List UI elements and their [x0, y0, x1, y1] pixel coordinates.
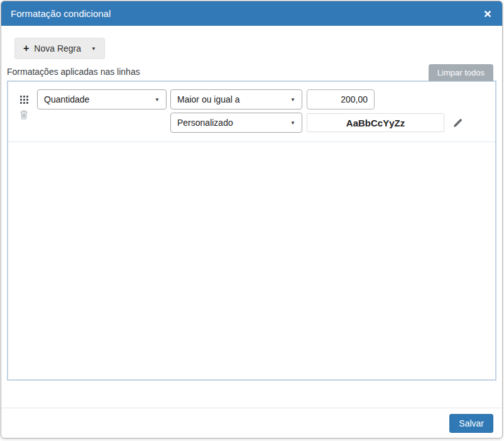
format-type-select-value: Personalizado — [177, 118, 233, 128]
new-rule-button[interactable]: + Nova Regra ▼ — [14, 38, 105, 59]
caret-down-icon: ▼ — [290, 120, 295, 126]
clear-all-button[interactable]: Limpar todos — [429, 64, 493, 81]
drag-handle-icon[interactable] — [20, 96, 29, 104]
format-preview: AaBbCcYyZz — [307, 113, 444, 132]
edit-pencil-icon[interactable] — [452, 118, 463, 128]
dialog-footer: Salvar — [1, 408, 502, 438]
plus-icon: + — [23, 43, 29, 54]
field-select-value: Quantidade — [44, 94, 89, 104]
operator-select-value: Maior ou igual a — [177, 94, 240, 104]
save-button[interactable]: Salvar — [449, 414, 493, 433]
rule-format-row: Personalizado ▼ AaBbCcYyZz — [37, 113, 489, 133]
value-input[interactable] — [307, 89, 375, 109]
dialog-title: Formatação condicional — [11, 8, 111, 19]
operator-select[interactable]: Maior ou igual a ▼ — [170, 89, 302, 109]
new-rule-label: Nova Regra — [34, 43, 81, 53]
conditional-formatting-dialog: Formatação condicional × + Nova Regra ▼ … — [1, 1, 503, 438]
rules-panel: Quantidade ▼ Maior ou igual a ▼ Personal… — [7, 81, 496, 381]
section-heading: Formatações aplicadas nas linhas — [7, 67, 140, 77]
caret-down-icon: ▼ — [155, 97, 160, 103]
rule-condition-row: Quantidade ▼ Maior ou igual a ▼ — [37, 89, 489, 109]
field-select[interactable]: Quantidade ▼ — [37, 89, 167, 109]
format-type-select[interactable]: Personalizado ▼ — [170, 113, 302, 133]
caret-down-icon: ▼ — [290, 97, 295, 103]
modal-overlay: Formatação condicional × + Nova Regra ▼ … — [0, 0, 504, 441]
dialog-header: Formatação condicional × — [1, 1, 502, 26]
rule-row: Quantidade ▼ Maior ou igual a ▼ Personal… — [8, 82, 495, 142]
close-icon[interactable]: × — [483, 7, 493, 20]
trash-icon[interactable] — [19, 109, 29, 120]
caret-down-icon: ▼ — [91, 46, 96, 52]
